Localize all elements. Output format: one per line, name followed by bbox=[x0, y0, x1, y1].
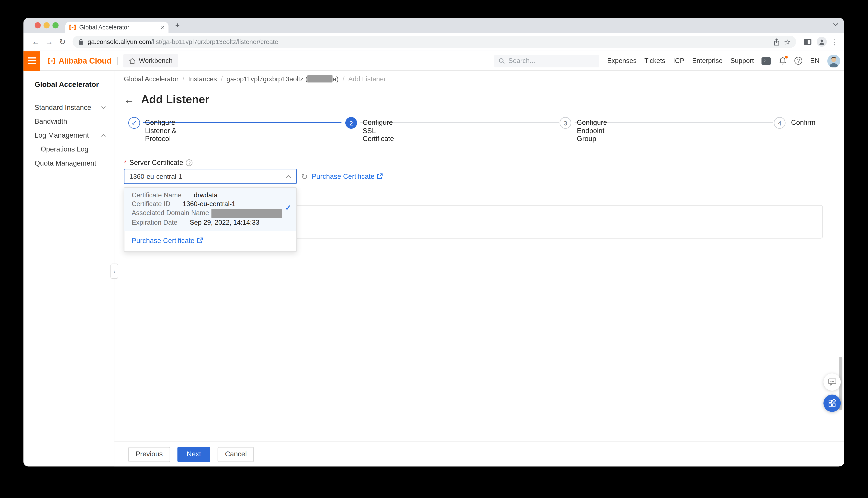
help-icon[interactable]: ? bbox=[794, 57, 802, 65]
bookmark-star-icon[interactable]: ☆ bbox=[784, 38, 790, 46]
workbench-button[interactable]: Workbench bbox=[123, 54, 178, 67]
tab-close-icon[interactable]: × bbox=[161, 24, 164, 31]
cancel-button[interactable]: Cancel bbox=[218, 447, 254, 462]
home-icon bbox=[129, 57, 136, 64]
wizard-footer: Previous Next Cancel bbox=[114, 442, 844, 467]
breadcrumb-instances[interactable]: Instances bbox=[188, 75, 217, 83]
product-sidebar: Global Accelerator Standard Instance Ban… bbox=[24, 71, 114, 467]
server-certificate-label: * Server Certificate ? bbox=[124, 159, 193, 167]
browser-tab-strip: Global Accelerator × + bbox=[24, 18, 844, 33]
dropdown-footer: Purchase Certificate bbox=[124, 231, 296, 251]
nav-link-icp[interactable]: ICP bbox=[673, 57, 684, 65]
screen: Global Accelerator × + ← → ↻ ga.console.… bbox=[0, 0, 868, 498]
notification-dot bbox=[785, 56, 788, 58]
step-1-circle: ✓ bbox=[128, 117, 140, 129]
sidebar-collapse-button[interactable]: ‹ bbox=[111, 263, 118, 279]
new-tab-button[interactable]: + bbox=[175, 21, 180, 30]
sidebar-item-log-management[interactable]: Log Management bbox=[24, 128, 114, 142]
breadcrumb-instance-id[interactable]: ga-bp11vpl7grxbrp13eoltz (a) bbox=[227, 75, 339, 83]
breadcrumb-current: Add Listener bbox=[348, 75, 386, 83]
brand-name: Alibaba Cloud bbox=[59, 56, 112, 65]
language-selector[interactable]: EN bbox=[810, 57, 819, 65]
external-link-icon bbox=[377, 173, 383, 180]
step-3-label: ConfigureEndpointGroup bbox=[577, 119, 607, 143]
step-1-label: ConfigureListener &Protocol bbox=[145, 119, 176, 143]
step-2-label: ConfigureSSLCertificate bbox=[363, 119, 394, 143]
browser-reload-button[interactable]: ↻ bbox=[56, 37, 69, 46]
browser-profile-avatar[interactable] bbox=[817, 37, 827, 47]
mac-close-button[interactable] bbox=[35, 22, 41, 28]
sidebar-item-bandwidth[interactable]: Bandwidth bbox=[24, 114, 114, 128]
cloud-shell-icon[interactable]: >_ bbox=[762, 57, 771, 64]
next-button[interactable]: Next bbox=[177, 447, 210, 462]
nav-link-support[interactable]: Support bbox=[730, 57, 754, 65]
search-icon bbox=[499, 57, 505, 64]
field-help-icon[interactable]: ? bbox=[186, 159, 193, 166]
refresh-icon[interactable]: ↻ bbox=[301, 172, 308, 180]
sidebar-item-quota-management[interactable]: Quota Management bbox=[24, 156, 114, 170]
browser-toolbar: ← → ↻ ga.console.aliyun.com/list/ga-bp11… bbox=[24, 33, 844, 51]
apps-shortcut-button[interactable] bbox=[824, 394, 841, 412]
url-text: ga.console.aliyun.com/list/ga-bp11vpl7gr… bbox=[88, 38, 769, 45]
alibaba-favicon bbox=[69, 24, 76, 30]
address-bar[interactable]: ga.console.aliyun.com/list/ga-bp11vpl7gr… bbox=[73, 36, 796, 48]
sidebar-title: Global Accelerator bbox=[24, 80, 114, 89]
browser-menu-icon[interactable]: ⋮ bbox=[831, 38, 839, 46]
global-search[interactable] bbox=[495, 54, 599, 67]
console-top-nav: Alibaba Cloud Workbench bbox=[24, 51, 844, 70]
server-certificate-select[interactable]: 1360-eu-central-1 bbox=[124, 169, 297, 184]
chevron-down-icon bbox=[101, 106, 106, 109]
back-arrow-icon[interactable]: ← bbox=[124, 94, 135, 105]
nav-link-expenses[interactable]: Expenses bbox=[607, 57, 637, 65]
main-content: ‹ Global Accelerator / Instances / ga-bp… bbox=[114, 71, 844, 467]
hamburger-menu-icon[interactable] bbox=[24, 51, 40, 70]
url-path: /list/ga-bp11vpl7grxbrp13eoltz/listener/… bbox=[151, 38, 278, 45]
share-icon[interactable] bbox=[774, 38, 780, 45]
chevron-up-icon bbox=[285, 175, 291, 178]
search-input[interactable] bbox=[508, 57, 587, 65]
sidebar-item-standard-instance[interactable]: Standard Instance bbox=[24, 100, 114, 114]
side-panel-icon[interactable] bbox=[804, 38, 812, 45]
tab-title: Global Accelerator bbox=[79, 24, 157, 30]
previous-button[interactable]: Previous bbox=[128, 447, 170, 462]
purchase-certificate-link[interactable]: Purchase Certificate bbox=[311, 172, 383, 180]
external-link-icon bbox=[197, 237, 203, 244]
tab-search-chevron-icon[interactable] bbox=[833, 23, 839, 26]
nav-link-enterprise[interactable]: Enterprise bbox=[692, 57, 723, 65]
step-2-circle: 2 bbox=[345, 117, 357, 129]
certificate-dropdown: Certificate Namedrwdata Certificate ID13… bbox=[124, 187, 297, 252]
select-value: 1360-eu-central-1 bbox=[129, 172, 182, 180]
browser-window: Global Accelerator × + ← → ↻ ga.console.… bbox=[24, 18, 844, 467]
redacted-text bbox=[308, 75, 333, 82]
feedback-button[interactable] bbox=[824, 374, 841, 391]
purchase-certificate-link-dropdown[interactable]: Purchase Certificate bbox=[131, 237, 289, 245]
mac-zoom-button[interactable] bbox=[53, 22, 59, 28]
nav-divider bbox=[117, 56, 118, 65]
required-asterisk: * bbox=[124, 159, 127, 167]
redacted-domain-name bbox=[211, 209, 282, 218]
alibaba-logo-icon bbox=[48, 57, 56, 64]
browser-forward-button[interactable]: → bbox=[42, 37, 56, 46]
step-3-circle: 3 bbox=[560, 117, 571, 129]
chat-icon bbox=[828, 378, 837, 386]
nav-link-tickets[interactable]: Tickets bbox=[644, 57, 665, 65]
url-host: ga.console.aliyun.com bbox=[88, 38, 151, 45]
breadcrumb-global-accelerator[interactable]: Global Accelerator bbox=[124, 75, 179, 83]
browser-back-button[interactable]: ← bbox=[29, 37, 42, 46]
browser-tab[interactable]: Global Accelerator × bbox=[65, 22, 168, 33]
sidebar-item-operations-log[interactable]: Operations Log bbox=[24, 142, 114, 156]
step-4-circle: 4 bbox=[774, 117, 786, 129]
lock-icon bbox=[78, 38, 84, 45]
sidebar-menu: Standard Instance Bandwidth Log Manageme… bbox=[24, 100, 114, 170]
step-4-label: Confirm bbox=[791, 119, 815, 127]
alibaba-cloud-logo[interactable]: Alibaba Cloud bbox=[48, 56, 112, 65]
user-avatar[interactable] bbox=[827, 54, 840, 67]
selected-check-icon: ✓ bbox=[285, 204, 291, 212]
check-icon: ✓ bbox=[131, 119, 137, 127]
console-page: Alibaba Cloud Workbench bbox=[24, 51, 844, 467]
certificate-actions: ↻ Purchase Certificate bbox=[301, 169, 383, 184]
mac-minimize-button[interactable] bbox=[43, 22, 50, 28]
notifications-bell-icon[interactable] bbox=[779, 57, 787, 65]
chevron-up-icon bbox=[101, 134, 106, 137]
certificate-option-selected[interactable]: Certificate Namedrwdata Certificate ID13… bbox=[124, 188, 296, 231]
